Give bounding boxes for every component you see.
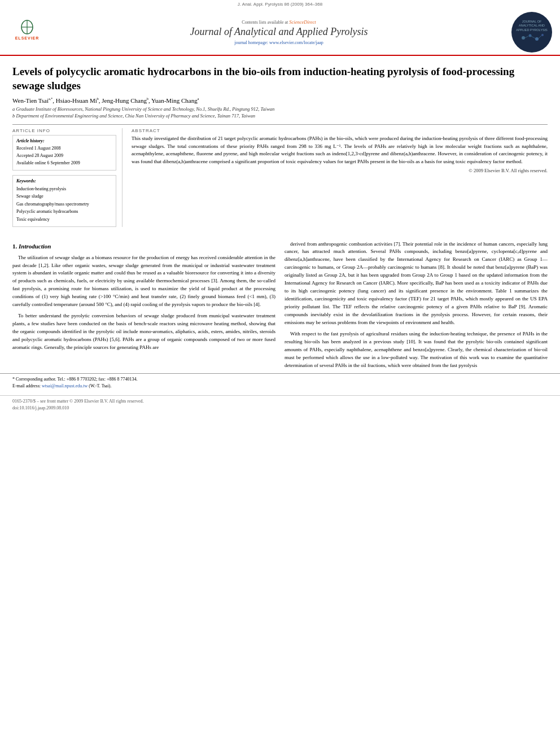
svg-point-8 [541,34,544,36]
available-date: Available online 6 September 2009 [16,160,112,167]
email-link[interactable]: wtsai@mail.npust.edu.tw [42,383,89,388]
affiliations: a Graduate Institute of Bioresources, Na… [12,106,548,120]
citation-text: J. Anal. Appl. Pyrolysis 86 (2009) 364–3… [238,2,322,7]
accepted-date: Accepted 28 August 2009 [16,152,112,160]
abstract-text: This study investigated the distribution… [132,135,548,165]
keyword-3: Gas chromatography/mass spectrometry [16,200,112,208]
body-para-2: To better understand the pyrolytic conve… [12,312,275,352]
sciencedirect-link[interactable]: ScienceDirect [289,19,316,25]
homepage-link[interactable]: www.elsevier.com/locate/jaap [269,40,323,45]
svg-line-9 [525,36,528,38]
affiliation-a: a Graduate Institute of Bioresources, Na… [12,106,548,113]
main-body-section: 1. Introduction The utilization of sewag… [0,241,560,373]
abstract-copyright: © 2009 Elsevier B.V. All rights reserved… [132,168,548,173]
history-title: Article history: [16,138,112,143]
elsevier-logo: ELSEVIER [8,19,46,45]
abstract-label: ABSTRACT [132,128,548,133]
footnote-star: * Corresponding author. Tel.: +886 8 770… [12,376,548,383]
doi-line: doi:10.1016/j.jaap.2009.08.010 [12,405,548,412]
article-content: Levels of polycyclic aromatic hydrocarbo… [0,56,560,233]
contents-label: Contents lists available at ScienceDirec… [46,19,511,25]
svg-point-6 [528,34,531,37]
footnote-email: E-mail address: wtsai@mail.npust.edu.tw … [12,383,548,390]
keyword-4: Polycyclic aromatic hydrocarbons [16,208,112,216]
journal-header: ELSEVIER Contents lists available at Sci… [0,8,560,56]
article-info-abstract-section: ARTICLE INFO Article history: Received 1… [12,128,548,226]
authors-line: Wen-Tien Tsaia,*, Hsiao-Hsuan Mib, Jeng-… [12,97,548,104]
article-title: Levels of polycyclic aromatic hydrocarbo… [12,65,548,93]
journal-abbr: JOURNAL OF ANALYTICAL AND APPLIED PYROLY… [514,18,550,47]
elsevier-logo-area: ELSEVIER [8,19,46,45]
article-history-box: Article history: Received 1 August 2008 … [12,135,116,170]
footnote-area: * Corresponding author. Tel.: +886 8 770… [0,373,560,392]
svg-point-7 [535,37,539,41]
article-info-column: ARTICLE INFO Article history: Received 1… [12,128,123,226]
footer-area: 0165-2370/$ – see front matter © 2009 El… [0,395,560,414]
abstract-column: ABSTRACT This study investigated the dis… [132,128,548,226]
svg-line-11 [539,36,541,38]
body-left-column: 1. Introduction The utilization of sewag… [12,241,275,373]
journal-homepage: journal homepage: www.elsevier.com/locat… [46,40,511,45]
keywords-title: Keywords: [16,178,112,184]
body-right-column: derived from anthropogenic combustion ac… [285,241,548,373]
body-right-para-2: With respect to the fast pyrolysis of ag… [285,330,548,370]
affiliation-b: b Department of Environmental Engineerin… [12,113,548,120]
body-para-1: The utilization of sewage sludge as a bi… [12,254,275,309]
keyword-1: Induction-heating pyrolysis [16,185,112,193]
journal-citation: J. Anal. Appl. Pyrolysis 86 (2009) 364–3… [0,0,560,8]
keyword-2: Sewage sludge [16,193,112,200]
journal-logo-circle: JOURNAL OF ANALYTICAL AND APPLIED PYROLY… [511,12,552,53]
article-info-label: ARTICLE INFO [12,128,116,133]
received-date: Received 1 August 2008 [16,145,112,152]
molecule-icon [518,32,546,43]
svg-text:ELSEVIER: ELSEVIER [15,36,40,40]
journal-title-area: Contents lists available at ScienceDirec… [46,19,511,45]
svg-point-5 [522,36,525,40]
section1-title-text: Introduction [19,243,51,250]
issn-line: 0165-2370/$ – see front matter © 2009 El… [12,398,548,405]
keyword-5: Toxic equivalency [16,216,112,224]
journal-title: Journal of Analytical and Applied Pyroly… [46,26,511,38]
section1-heading: 1. Introduction [12,242,275,251]
divider-after-affiliations [12,124,548,125]
svg-line-10 [531,36,535,38]
keywords-box: Keywords: Induction-heating pyrolysis Se… [12,175,116,227]
body-right-para-1: derived from anthropogenic combustion ac… [285,241,548,327]
section1-number: 1. [12,243,17,250]
